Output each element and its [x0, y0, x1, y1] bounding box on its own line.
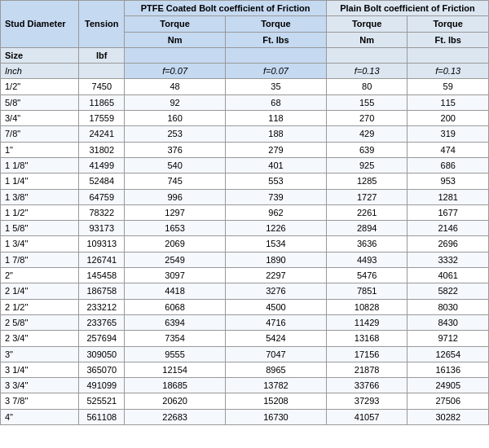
- cell-ptfe-ft: 3276: [226, 283, 327, 299]
- table-row: 3/4" 17559 160 118 270 200: [1, 111, 489, 126]
- cell-tension: 31802: [79, 142, 125, 157]
- cell-ptfe-nm: 9555: [125, 346, 226, 362]
- cell-ptfe-ft: 739: [226, 189, 327, 204]
- cell-ptfe-ft: 553: [226, 173, 327, 189]
- cell-plain-ft: 30282: [408, 409, 489, 424]
- cell-tension: 233212: [79, 299, 125, 314]
- cell-plain-ft: 59: [408, 79, 489, 94]
- cell-ptfe-nm: 745: [125, 173, 226, 189]
- cell-ptfe-nm: 253: [125, 126, 226, 142]
- cell-size: 2 1/2": [1, 299, 79, 314]
- cell-tension: 491099: [79, 378, 125, 393]
- cell-size: 1/2": [1, 79, 79, 94]
- cell-plain-nm: 1285: [326, 173, 408, 189]
- header-row-inch: Inch f=0.07 f=0.07 f=0.13 f=0.13: [1, 64, 489, 79]
- cell-plain-ft: 9712: [408, 331, 489, 346]
- cell-size: 4": [1, 409, 79, 424]
- cell-tension: 186758: [79, 283, 125, 299]
- table-row: 2 1/2" 233212 6068 4500 10828 8030: [1, 299, 489, 314]
- ptfe-ft-f-header: [226, 47, 327, 63]
- cell-plain-ft: 27506: [408, 393, 489, 409]
- cell-ptfe-ft: 962: [226, 204, 327, 220]
- cell-size: 2 3/4": [1, 331, 79, 346]
- plain-torque-header-1: Torque: [326, 16, 408, 32]
- cell-size: 1 7/8": [1, 252, 79, 267]
- table-row: 2 1/4" 186758 4418 3276 7851 5822: [1, 283, 489, 299]
- cell-tension: 561108: [79, 409, 125, 424]
- tension-unit-subheader: lbf: [79, 47, 125, 63]
- cell-ptfe-ft: 1890: [226, 252, 327, 267]
- cell-ptfe-nm: 6394: [125, 314, 226, 330]
- cell-plain-nm: 5476: [326, 268, 408, 283]
- cell-plain-ft: 3332: [408, 252, 489, 267]
- bolt-torque-table: Stud Diameter Tension PTFE Coated Bolt c…: [0, 0, 489, 425]
- cell-ptfe-ft: 4716: [226, 314, 327, 330]
- cell-plain-ft: 16136: [408, 362, 489, 377]
- cell-tension: 309050: [79, 346, 125, 362]
- cell-plain-nm: 3636: [326, 236, 408, 252]
- cell-ptfe-ft: 15208: [226, 393, 327, 409]
- ptfe-f007-2: f=0.07: [226, 64, 327, 79]
- cell-ptfe-ft: 8965: [226, 362, 327, 377]
- table-row: 2 3/4" 257694 7354 5424 13168 9712: [1, 331, 489, 346]
- cell-plain-nm: 33766: [326, 378, 408, 393]
- cell-ptfe-nm: 1297: [125, 204, 226, 220]
- cell-ptfe-ft: 13782: [226, 378, 327, 393]
- cell-tension: 64759: [79, 189, 125, 204]
- cell-plain-nm: 13168: [326, 331, 408, 346]
- cell-size: 1 5/8": [1, 221, 79, 236]
- cell-tension: 11865: [79, 94, 125, 110]
- cell-size: 7/8": [1, 126, 79, 142]
- plain-nm-header: Nm: [326, 32, 408, 47]
- plain-nm-f-header: [326, 47, 408, 63]
- cell-ptfe-ft: 2297: [226, 268, 327, 283]
- cell-ptfe-ft: 401: [226, 157, 327, 173]
- cell-tension: 233765: [79, 314, 125, 330]
- table-row: 3 7/8" 525521 20620 15208 37293 27506: [1, 393, 489, 409]
- cell-ptfe-ft: 118: [226, 111, 327, 126]
- cell-ptfe-ft: 188: [226, 126, 327, 142]
- table-row: 2" 145458 3097 2297 5476 4061: [1, 268, 489, 283]
- ptfe-ft-header: Ft. lbs: [226, 32, 327, 47]
- cell-ptfe-nm: 6068: [125, 299, 226, 314]
- cell-plain-nm: 7851: [326, 283, 408, 299]
- cell-plain-ft: 115: [408, 94, 489, 110]
- inch-subheader: Inch: [1, 64, 79, 79]
- cell-ptfe-ft: 16730: [226, 409, 327, 424]
- cell-size: 3 7/8": [1, 393, 79, 409]
- cell-plain-ft: 5822: [408, 283, 489, 299]
- tension-blank: [79, 64, 125, 79]
- cell-ptfe-ft: 279: [226, 142, 327, 157]
- cell-ptfe-ft: 5424: [226, 331, 327, 346]
- cell-plain-ft: 2696: [408, 236, 489, 252]
- table-row: 5/8" 11865 92 68 155 115: [1, 94, 489, 110]
- cell-ptfe-nm: 160: [125, 111, 226, 126]
- cell-ptfe-ft: 1226: [226, 221, 327, 236]
- cell-tension: 257694: [79, 331, 125, 346]
- cell-tension: 145458: [79, 268, 125, 283]
- cell-plain-ft: 1677: [408, 204, 489, 220]
- ptfe-torque-header-1: Torque: [125, 16, 226, 32]
- cell-plain-nm: 270: [326, 111, 408, 126]
- cell-plain-nm: 2894: [326, 221, 408, 236]
- cell-plain-nm: 11429: [326, 314, 408, 330]
- cell-ptfe-nm: 48: [125, 79, 226, 94]
- table-row: 1/2" 7450 48 35 80 59: [1, 79, 489, 94]
- cell-size: 2 1/4": [1, 283, 79, 299]
- header-row-1: Stud Diameter Tension PTFE Coated Bolt c…: [1, 1, 489, 16]
- cell-plain-ft: 4061: [408, 268, 489, 283]
- cell-ptfe-ft: 35: [226, 79, 327, 94]
- ptfe-nm-header: Nm: [125, 32, 226, 47]
- cell-ptfe-nm: 20620: [125, 393, 226, 409]
- cell-size: 1 1/2": [1, 204, 79, 220]
- cell-tension: 525521: [79, 393, 125, 409]
- cell-tension: 7450: [79, 79, 125, 94]
- size-subheader: Size: [1, 47, 79, 63]
- cell-size: 1": [1, 142, 79, 157]
- cell-plain-ft: 1281: [408, 189, 489, 204]
- ptfe-nm-f-header: [125, 47, 226, 63]
- cell-plain-nm: 21878: [326, 362, 408, 377]
- table-row: 1 7/8" 126741 2549 1890 4493 3332: [1, 252, 489, 267]
- cell-plain-nm: 37293: [326, 393, 408, 409]
- cell-plain-ft: 474: [408, 142, 489, 157]
